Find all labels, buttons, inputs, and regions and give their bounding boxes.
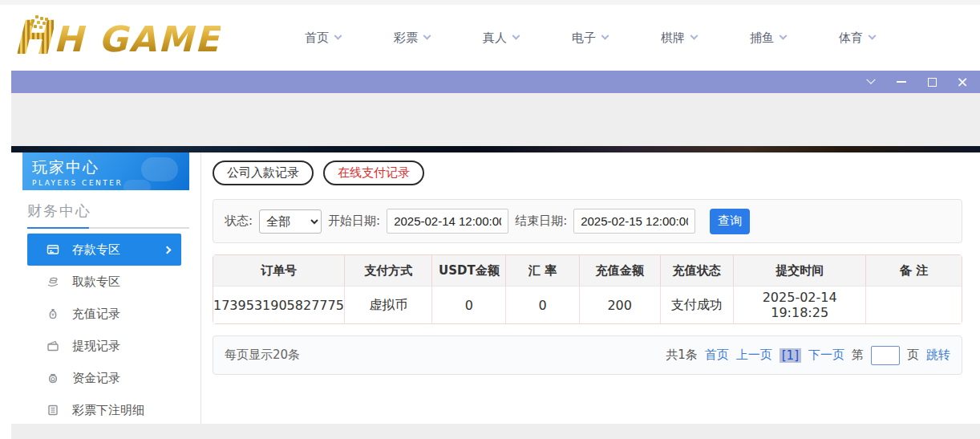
nav-item-sports[interactable]: 体育 xyxy=(839,30,875,46)
page-number-input[interactable] xyxy=(871,346,900,365)
cell-recharge-status: 支付成功 xyxy=(661,287,734,323)
sidebar: 玩家中心 PLAYERS CENTER 财务中心 存款专区 取款专区 xyxy=(11,152,201,424)
record-tabs: 公司入款记录 在线支付记录 xyxy=(213,161,962,185)
section-underline xyxy=(27,227,189,229)
current-page-indicator: [1] xyxy=(780,348,801,363)
nav-label: 捕鱼 xyxy=(750,30,774,46)
players-center-title: 玩家中心 xyxy=(32,157,180,178)
nav-item-home[interactable]: 首页 xyxy=(305,30,341,46)
nav-item-slots[interactable]: 电子 xyxy=(572,30,608,46)
site-logo[interactable]: H H GAME xyxy=(13,17,253,59)
sidebar-item-label: 提现记录 xyxy=(72,339,120,354)
document-list-icon xyxy=(47,404,59,417)
sidebar-item-deposit-zone[interactable]: 存款专区 xyxy=(27,234,181,266)
content-area: 玩家中心 PLAYERS CENTER 财务中心 存款专区 取款专区 xyxy=(11,152,980,424)
sidebar-menu: 存款专区 取款专区 ¥ 充值记录 xyxy=(11,234,200,426)
logo-confetti-decoration xyxy=(35,15,38,18)
sidebar-item-recharge-records[interactable]: ¥ 充值记录 xyxy=(27,298,181,330)
table-row: 1739531905827775 虚拟币 0 0 200 支付成功 2025-0… xyxy=(213,287,962,323)
window-titlebar: × xyxy=(11,71,980,93)
coin-purse-icon xyxy=(47,372,59,384)
cell-order-number: 1739531905827775 xyxy=(213,287,345,323)
wallet-icon xyxy=(47,339,59,352)
status-label: 状态: xyxy=(225,213,253,229)
tab-online-payment-records[interactable]: 在线支付记录 xyxy=(323,161,424,185)
chevron-down-icon xyxy=(869,31,877,39)
cell-recharge-amount: 200 xyxy=(580,287,661,323)
card-machine-icon xyxy=(47,243,59,256)
main-panel: 公司入款记录 在线支付记录 状态: 全部 开始日期: 结束日期: 查询 订单号 xyxy=(201,152,980,424)
banner-empty-area xyxy=(11,93,980,146)
chevron-down-icon xyxy=(780,31,788,39)
cell-exchange-rate: 0 xyxy=(506,287,579,323)
nav-label: 彩票 xyxy=(394,30,418,46)
chevron-down-icon xyxy=(423,31,431,39)
col-exchange-rate: 汇 率 xyxy=(506,255,579,287)
sidebar-item-funds-records[interactable]: 资金记录 xyxy=(27,362,181,394)
col-submit-time: 提交时间 xyxy=(734,255,866,287)
nav-item-boardgames[interactable]: 棋牌 xyxy=(661,30,697,46)
sidebar-item-label: 充值记录 xyxy=(72,307,120,322)
sidebar-item-withdraw-zone[interactable]: 取款专区 xyxy=(27,266,181,298)
nav-item-fishing[interactable]: 捕鱼 xyxy=(750,30,786,46)
players-center-header: 玩家中心 PLAYERS CENTER xyxy=(22,152,189,190)
start-date-label: 开始日期: xyxy=(328,213,380,229)
logo-text-h: H xyxy=(13,17,54,59)
pagination-controls: 共1条 首页 上一页 [1] 下一页 第 页 跳转 xyxy=(666,346,950,365)
jump-suffix-label: 页 xyxy=(907,348,919,363)
chevron-right-icon xyxy=(164,246,172,254)
end-date-input[interactable] xyxy=(573,209,695,234)
window-minimize-icon[interactable] xyxy=(895,75,908,88)
query-button[interactable]: 查询 xyxy=(710,209,750,234)
site-header: H H GAME 首页 彩票 真人 电子 棋牌 捕鱼 体育 xyxy=(0,5,980,71)
col-order-number: 订单号 xyxy=(213,255,345,287)
sidebar-item-withdrawal-records[interactable]: 提现记录 xyxy=(27,330,181,362)
total-count-label: 共1条 xyxy=(666,348,698,363)
sidebar-item-lottery-bet-details[interactable]: 彩票下注明细 xyxy=(27,394,181,426)
nav-label: 首页 xyxy=(305,30,329,46)
next-page-link[interactable]: 下一页 xyxy=(808,348,844,363)
sidebar-item-label: 存款专区 xyxy=(72,242,120,258)
hand-coins-icon xyxy=(47,275,59,288)
col-recharge-status: 充值状态 xyxy=(661,255,734,287)
window-chevron-down-icon[interactable] xyxy=(865,75,877,88)
sidebar-item-label: 资金记录 xyxy=(72,371,120,386)
finance-center-label: 财务中心 xyxy=(27,201,200,221)
sidebar-item-label: 取款专区 xyxy=(72,274,120,290)
status-select[interactable]: 全部 xyxy=(259,209,322,234)
chevron-down-icon xyxy=(512,31,520,39)
cell-remark xyxy=(866,287,962,323)
chevron-down-icon xyxy=(334,31,342,39)
sidebar-item-label: 彩票下注明细 xyxy=(72,403,144,418)
pagination-panel: 每页显示20条 共1条 首页 上一页 [1] 下一页 第 页 跳转 xyxy=(213,335,962,375)
tab-company-deposit-records[interactable]: 公司入款记录 xyxy=(213,161,314,185)
col-remark: 备 注 xyxy=(866,255,962,287)
nav-label: 真人 xyxy=(483,30,507,46)
chevron-down-icon xyxy=(690,31,699,39)
first-page-link[interactable]: 首页 xyxy=(705,348,729,363)
nav-item-lottery[interactable]: 彩票 xyxy=(394,30,430,46)
window-close-icon[interactable]: × xyxy=(956,75,969,88)
filter-panel: 状态: 全部 开始日期: 结束日期: 查询 xyxy=(213,199,962,243)
per-page-label: 每页显示20条 xyxy=(225,348,300,363)
chevron-down-icon xyxy=(601,31,609,39)
prev-page-link[interactable]: 上一页 xyxy=(736,348,772,363)
window-maximize-icon[interactable] xyxy=(925,75,938,88)
nav-label: 棋牌 xyxy=(661,30,685,46)
embedded-window: × 玩家中心 PLAYERS CENTER 财务中心 存款专区 xyxy=(11,71,980,439)
jump-prefix-label: 第 xyxy=(852,348,864,363)
col-usdt-amount: USDT金额 xyxy=(432,255,506,287)
cell-submit-time: 2025-02-14 19:18:25 xyxy=(734,287,866,323)
cell-payment-method: 虚拟币 xyxy=(345,287,433,323)
start-date-input[interactable] xyxy=(387,209,508,234)
jump-link[interactable]: 跳转 xyxy=(926,348,950,363)
cell-usdt-amount: 0 xyxy=(432,287,506,323)
col-payment-method: 支付方式 xyxy=(345,255,433,287)
banner-bottom-edge xyxy=(11,146,980,152)
nav-label: 电子 xyxy=(572,30,596,46)
payment-records-table: 订单号 支付方式 USDT金额 汇 率 充值金额 充值状态 提交时间 备 注 1… xyxy=(213,254,962,324)
end-date-label: 结束日期: xyxy=(515,213,567,229)
nav-item-live[interactable]: 真人 xyxy=(483,30,519,46)
main-nav: 首页 彩票 真人 电子 棋牌 捕鱼 体育 xyxy=(305,30,875,46)
col-recharge-amount: 充值金额 xyxy=(580,255,661,287)
